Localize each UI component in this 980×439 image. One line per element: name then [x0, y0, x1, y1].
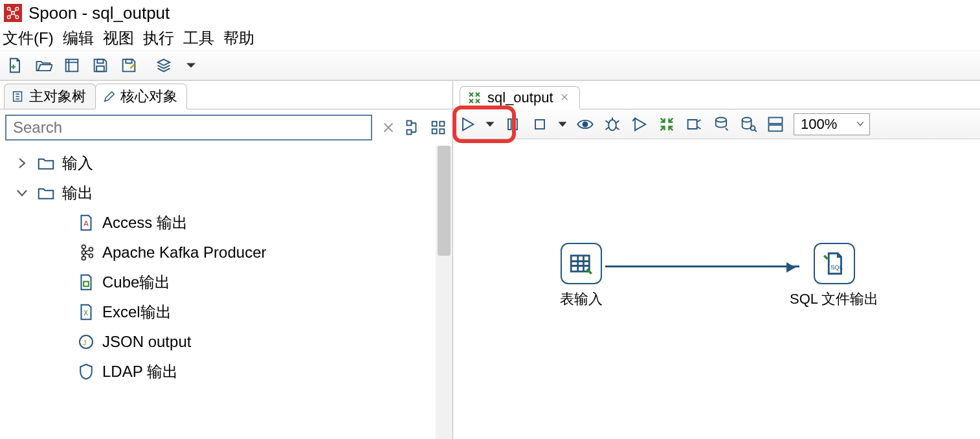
- show-results-button[interactable]: [764, 113, 787, 136]
- transformation-canvas[interactable]: 表输入 SQL SQL 文件输出: [453, 139, 980, 439]
- run-button[interactable]: [456, 113, 479, 136]
- explore-repo-button[interactable]: [61, 54, 83, 76]
- run-dropdown[interactable]: [483, 113, 497, 136]
- results-pane-icon: [766, 115, 785, 133]
- tab-main-object-tree[interactable]: 主对象树: [4, 84, 96, 109]
- svg-point-20: [89, 247, 93, 251]
- svg-point-2: [7, 16, 10, 19]
- collapse-arrows-icon: [658, 115, 676, 133]
- tree-leaf-json-output[interactable]: J JSON output: [0, 327, 452, 357]
- close-tab-button[interactable]: [559, 91, 570, 105]
- collapse-all-button[interactable]: [429, 118, 447, 137]
- collapse-tree-icon: [429, 118, 447, 137]
- folder-icon: [36, 183, 56, 203]
- new-file-button[interactable]: [4, 54, 26, 76]
- replay-button[interactable]: [628, 113, 651, 136]
- impact-analysis-button[interactable]: [682, 113, 706, 136]
- perspectives-dropdown[interactable]: [180, 54, 202, 76]
- folder-icon: [36, 153, 56, 173]
- menu-tools[interactable]: 工具: [183, 28, 214, 49]
- close-icon: [381, 120, 395, 135]
- svg-point-4: [12, 12, 15, 15]
- chevron-right-icon: [14, 155, 30, 171]
- transformation-icon: [467, 90, 482, 106]
- tree-leaf-label: JSON output: [102, 333, 191, 351]
- menu-file[interactable]: 文件(F): [3, 28, 54, 49]
- tree-leaf-ldap-output[interactable]: LDAP 输出: [0, 357, 452, 387]
- caret-down-icon: [483, 115, 497, 133]
- svg-point-17: [82, 245, 85, 249]
- impact-icon: [685, 115, 703, 133]
- svg-text:A: A: [84, 220, 89, 227]
- svg-rect-12: [432, 122, 437, 126]
- step-label: SQL 文件输出: [790, 289, 878, 309]
- stop-dropdown[interactable]: [555, 113, 570, 136]
- step-sql-file-output[interactable]: SQL SQL 文件输出: [790, 243, 878, 309]
- zoom-value: 100%: [801, 116, 837, 133]
- caret-down-icon: [555, 115, 570, 133]
- ldap-shield-icon: [76, 362, 96, 381]
- left-tabs: 主对象树 核心对象: [0, 81, 452, 109]
- svg-point-31: [716, 117, 726, 122]
- tab-core-objects-label: 核心对象: [120, 87, 177, 106]
- tree-leaf-excel-output[interactable]: X Excel输出: [0, 297, 452, 327]
- verify-button[interactable]: [655, 113, 678, 136]
- tree-icon: [11, 89, 25, 104]
- svg-rect-13: [440, 122, 444, 126]
- excel-file-icon: X: [76, 302, 96, 322]
- perspectives-button[interactable]: [153, 54, 175, 76]
- open-file-button[interactable]: [32, 54, 54, 76]
- preview-button[interactable]: [574, 113, 597, 136]
- step-tree: 输入 输出 A Access 输出: [0, 146, 452, 439]
- scrollbar-thumb[interactable]: [438, 146, 451, 256]
- document-tabs: sql_output: [453, 81, 980, 109]
- database-search-icon: [739, 115, 757, 133]
- replay-icon: [630, 115, 649, 133]
- cube-file-icon: [76, 273, 96, 292]
- svg-rect-15: [440, 129, 444, 133]
- explore-db-button[interactable]: [737, 113, 760, 136]
- bug-icon: [603, 115, 621, 133]
- menu-run[interactable]: 执行: [143, 28, 174, 49]
- table-input-icon: [568, 250, 595, 277]
- search-input[interactable]: [5, 115, 372, 141]
- clear-search-button[interactable]: [379, 118, 398, 137]
- left-pane: 主对象树 核心对象: [0, 81, 453, 439]
- tree-node-input[interactable]: 输入: [0, 148, 452, 178]
- tree-node-output[interactable]: 输出: [0, 178, 452, 208]
- main-toolbar: [0, 51, 980, 80]
- tree-leaf-cube-output[interactable]: Cube输出: [0, 267, 452, 297]
- svg-rect-36: [571, 256, 589, 272]
- expand-tree-icon: [405, 118, 423, 137]
- svg-point-32: [742, 117, 752, 122]
- tree-leaf-access-output[interactable]: A Access 输出: [0, 208, 452, 238]
- tab-core-objects[interactable]: 核心对象: [95, 84, 187, 109]
- sql-file-output-icon: SQL: [821, 250, 848, 277]
- svg-point-19: [82, 256, 85, 260]
- play-icon: [458, 115, 476, 133]
- svg-rect-34: [769, 117, 783, 123]
- tree-scrollbar[interactable]: [436, 146, 452, 439]
- hop-table-input-to-sql-file-output[interactable]: [605, 265, 799, 267]
- pause-button[interactable]: [501, 113, 524, 136]
- doc-tab-sql-output[interactable]: sql_output: [460, 86, 580, 109]
- save-button[interactable]: [89, 54, 111, 76]
- window-title-bar: Spoon - sql_output: [0, 0, 980, 26]
- svg-rect-8: [126, 60, 131, 63]
- debug-button[interactable]: [601, 113, 624, 136]
- step-table-input[interactable]: 表输入: [560, 243, 603, 309]
- editor-toolbar: 100%: [453, 109, 980, 139]
- menu-help[interactable]: 帮助: [223, 28, 254, 49]
- save-as-button[interactable]: [118, 54, 140, 76]
- svg-rect-7: [96, 66, 104, 71]
- zoom-combo[interactable]: 100%: [794, 113, 870, 135]
- svg-text:SQL: SQL: [830, 264, 843, 271]
- sql-button[interactable]: [709, 113, 733, 136]
- stop-button[interactable]: [528, 113, 551, 136]
- kafka-icon: [76, 243, 96, 262]
- expand-all-button[interactable]: [405, 118, 423, 137]
- svg-rect-10: [407, 121, 412, 126]
- tree-leaf-kafka-producer[interactable]: Apache Kafka Producer: [0, 238, 452, 267]
- menu-view[interactable]: 视图: [103, 28, 134, 49]
- menu-edit[interactable]: 编辑: [63, 28, 94, 49]
